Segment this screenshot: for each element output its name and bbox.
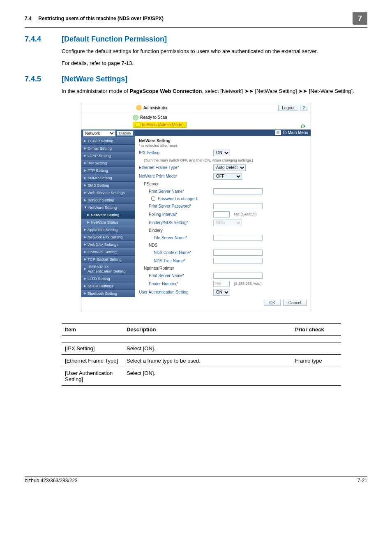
sidebar-item[interactable]: ▶AppleTalk Setting bbox=[81, 226, 135, 234]
sidebar-item[interactable]: ▶LLTD Setting bbox=[81, 275, 135, 282]
sidebar-item[interactable]: ▶IEEE802.1X Authentication Setting bbox=[81, 263, 135, 275]
admin-icon bbox=[136, 105, 142, 111]
nds-tree-input[interactable] bbox=[213, 258, 263, 264]
chevron-right-icon: ▶ bbox=[87, 220, 90, 224]
print-server-name-label: Print Server Name* bbox=[139, 189, 211, 194]
sidebar-item[interactable]: ▶E-mail Setting bbox=[81, 145, 135, 152]
chevron-right-icon: ▶ bbox=[87, 213, 90, 217]
sidebar-item[interactable]: ▶IPP Setting bbox=[81, 160, 135, 167]
sidebar-item[interactable]: ▶Web Service Settings bbox=[81, 189, 135, 197]
main-menu-icon: ▤ bbox=[275, 130, 281, 135]
sidebar-item-label: Bonjour Setting bbox=[88, 198, 114, 202]
logout-button[interactable]: Logout bbox=[278, 105, 298, 111]
password-changed-checkbox[interactable] bbox=[151, 197, 155, 201]
polling-interval-input[interactable] bbox=[213, 211, 230, 217]
user-auth-label: User Authentication Setting bbox=[139, 290, 211, 294]
table-row: [User Authentication Setting]Select [ON]… bbox=[62, 367, 341, 385]
sidebar-item[interactable]: ▶SSDP Settings bbox=[81, 282, 135, 290]
status-ready-icon bbox=[133, 115, 138, 120]
admin-label: Administrator bbox=[143, 106, 168, 110]
content-panel: NetWare Setting * is reflected after res… bbox=[135, 136, 311, 311]
body-text: In the administrator mode of PageScope W… bbox=[62, 88, 367, 95]
section-heading: [NetWare Settings] bbox=[62, 75, 127, 83]
sidebar-item[interactable]: ▶Bluetooth Setting bbox=[81, 290, 135, 297]
refresh-icon[interactable]: ⟳ bbox=[301, 123, 307, 130]
table-cell: [User Authentication Setting] bbox=[62, 367, 123, 385]
polling-hint: sec.(1-65535) bbox=[234, 212, 257, 216]
sidebar-item-label: SSDP Settings bbox=[88, 284, 113, 288]
sidebar-item[interactable]: ▶SMB Setting bbox=[81, 182, 135, 189]
switch-note: (Turn the main switch OFF, and then ON, … bbox=[139, 158, 253, 162]
help-button[interactable]: ? bbox=[300, 105, 307, 111]
print-server-name-input[interactable] bbox=[213, 188, 263, 194]
ipx-setting-label: IPX Setting bbox=[139, 150, 211, 155]
print-server-name2-input[interactable] bbox=[213, 273, 263, 279]
panel-title: NetWare Setting bbox=[139, 139, 307, 143]
print-mode-select[interactable]: OFF bbox=[213, 173, 242, 180]
file-server-name-input[interactable] bbox=[213, 235, 263, 241]
display-button[interactable]: Display bbox=[117, 131, 133, 136]
table-cell bbox=[292, 342, 341, 354]
ipx-setting-select[interactable]: ON bbox=[213, 150, 230, 156]
category-select[interactable]: Network bbox=[83, 130, 115, 136]
printer-number-label: Printer Number* bbox=[139, 282, 211, 286]
sidebar-item[interactable]: ▶Bonjour Setting bbox=[81, 197, 135, 204]
table-cell bbox=[292, 367, 341, 385]
ok-button[interactable]: OK bbox=[264, 300, 280, 306]
to-main-menu-link[interactable]: ▤To Main Menu bbox=[275, 130, 308, 135]
arrow-icon: ➤➤ bbox=[298, 88, 307, 94]
sidebar-item[interactable]: ▶TCP/IP Setting bbox=[81, 137, 135, 145]
bindery-nds-label: Bindery/NDS Setting* bbox=[139, 220, 211, 225]
printer-number-input[interactable] bbox=[213, 281, 230, 287]
section-heading: [Default Function Permission] bbox=[62, 35, 167, 44]
chevron-right-icon: ▶ bbox=[84, 228, 86, 231]
chevron-right-icon: ▶ bbox=[84, 291, 86, 295]
nds-context-input[interactable] bbox=[213, 250, 263, 256]
table-cell: [IPX Setting] bbox=[62, 342, 123, 354]
table-row: [IPX Setting]Select [ON]. bbox=[62, 342, 341, 354]
sidebar-item-label: LLTD Setting bbox=[88, 276, 110, 281]
chevron-right-icon: ▶ bbox=[84, 250, 86, 254]
arrow-icon: ➤➤ bbox=[244, 88, 254, 94]
user-auth-select[interactable]: ON bbox=[213, 289, 230, 296]
pserver-heading: PServer bbox=[139, 182, 211, 186]
flag-icon bbox=[136, 123, 141, 127]
sidebar-item-label: E-mail Setting bbox=[88, 146, 112, 150]
print-server-password-label: Print Server Password* bbox=[139, 204, 211, 208]
nds-tree-label: NDS Tree Name* bbox=[139, 259, 211, 263]
table-cell: Select a frame type to be used. bbox=[123, 354, 292, 367]
sidebar-item[interactable]: ▶NetWare Status bbox=[81, 219, 135, 226]
sidebar-item[interactable]: ▶FTP Setting bbox=[81, 167, 135, 174]
table-cell: Frame type bbox=[292, 354, 341, 367]
sidebar-item[interactable]: ▼NetWare Setting bbox=[81, 204, 135, 211]
ethernet-frame-select[interactable]: Auto Detect bbox=[213, 164, 246, 171]
table-header: Description bbox=[123, 323, 292, 336]
sidebar-item[interactable]: ▶TCP Socket Setting bbox=[81, 256, 135, 263]
sidebar-item[interactable]: ▶SNMP Setting bbox=[81, 174, 135, 182]
chevron-right-icon: ▶ bbox=[84, 267, 86, 271]
sidebar-item-label: TCP Socket Setting bbox=[88, 257, 122, 261]
chevron-right-icon: ▶ bbox=[84, 243, 86, 246]
sidebar-item-label: OpenAPI Setting bbox=[88, 250, 117, 254]
body-text: For details, refer to page 7-13. bbox=[62, 60, 367, 67]
footer-model: bizhub 423/363/283/223 bbox=[25, 478, 78, 483]
page-footer: bizhub 423/363/283/223 7-21 bbox=[25, 476, 367, 483]
sidebar-item-label: NetWare Status bbox=[91, 220, 118, 224]
sidebar-item[interactable]: ▶NetWare Setting bbox=[81, 211, 135, 219]
print-server-password-input[interactable] bbox=[213, 203, 263, 209]
screenshot: Administrator Logout ? Ready to Scan In … bbox=[81, 103, 311, 311]
section-ref: 7.4 bbox=[25, 16, 32, 21]
body-text: Configure the default settings for funct… bbox=[62, 48, 367, 56]
sidebar-item[interactable]: ▶LDAP Setting bbox=[81, 152, 135, 160]
chevron-right-icon: ▶ bbox=[84, 176, 86, 180]
sidebar-item[interactable]: ▶WebDAV Settings bbox=[81, 241, 135, 248]
nds-context-label: NDS Context Name* bbox=[139, 250, 211, 255]
chevron-right-icon: ▶ bbox=[84, 257, 86, 261]
sidebar-item[interactable]: ▶Network Fax Setting bbox=[81, 234, 135, 241]
sidebar-item[interactable]: ▶OpenAPI Setting bbox=[81, 248, 135, 256]
chevron-right-icon: ▶ bbox=[84, 277, 86, 280]
sidebar-item-label: Network Fax Setting bbox=[88, 235, 123, 239]
polling-interval-label: Polling Interval* bbox=[139, 212, 211, 217]
section-title: Restricting users of this machine (NDS o… bbox=[38, 16, 164, 21]
cancel-button[interactable]: Cancel bbox=[283, 300, 307, 306]
